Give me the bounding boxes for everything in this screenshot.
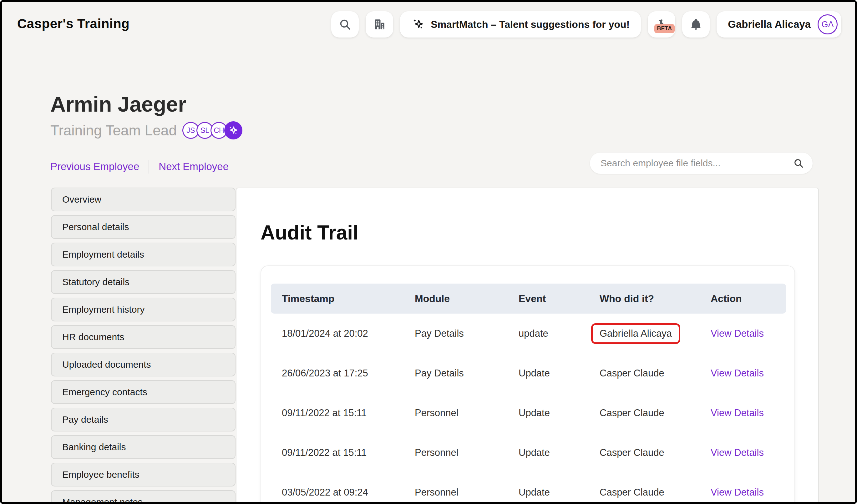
- topbar-actions: SmartMatch – Talent suggestions for you!…: [331, 11, 841, 37]
- sidebar-item-banking-details[interactable]: Banking details: [51, 435, 236, 459]
- search-icon: [793, 158, 804, 169]
- page-title: Audit Trail: [261, 221, 358, 244]
- col-module: Module: [415, 293, 519, 305]
- view-details-link[interactable]: View Details: [711, 328, 764, 339]
- sidebar-item-emergency-contacts[interactable]: Emergency contacts: [51, 380, 236, 404]
- sidebar-item-personal-details[interactable]: Personal details: [51, 215, 236, 239]
- audit-trail-card: Timestamp Module Event Who did it? Actio…: [261, 265, 795, 504]
- col-action: Action: [711, 293, 786, 305]
- employee-name: Armin Jaeger: [50, 92, 186, 116]
- sidebar-item-overview[interactable]: Overview: [51, 188, 236, 211]
- avatar: GA: [818, 14, 838, 34]
- table-row: 26/06/2023 at 17:25Pay DetailsUpdateCasp…: [271, 353, 786, 393]
- cell-module: Personnel: [415, 407, 519, 419]
- cell-timestamp: 03/05/2022 at 09:24: [282, 487, 415, 498]
- view-details-link[interactable]: View Details: [711, 368, 764, 379]
- sidebar-item-uploaded-documents[interactable]: Uploaded documents: [51, 353, 236, 377]
- employee-role: Training Team Lead: [50, 122, 177, 139]
- cell-module: Pay Details: [415, 328, 519, 339]
- smartmatch-button[interactable]: SmartMatch – Talent suggestions for you!: [400, 11, 641, 37]
- ai-sparkle-badge[interactable]: [224, 121, 242, 139]
- cell-who: Casper Claude: [600, 407, 711, 419]
- cell-action: View Details: [711, 368, 786, 379]
- employee-file-search: [590, 153, 812, 174]
- sidebar-item-employee-benefits[interactable]: Employee benefits: [51, 463, 236, 486]
- sidebar-item-management-notes[interactable]: Management notes: [51, 490, 236, 504]
- page: Casper's Training: [0, 0, 857, 504]
- cell-action: View Details: [711, 447, 786, 458]
- cell-action: View Details: [711, 328, 786, 339]
- sparkle-icon: [411, 18, 425, 31]
- skill-badges: JSSLCH: [182, 121, 242, 139]
- col-who: Who did it?: [600, 293, 711, 305]
- cell-event: Update: [519, 447, 600, 458]
- app-title: Casper's Training: [17, 16, 130, 31]
- cell-who: Gabriella Alicaya: [600, 323, 711, 344]
- cell-module: Personnel: [415, 447, 519, 458]
- table-header: Timestamp Module Event Who did it? Actio…: [271, 283, 786, 314]
- cell-action: View Details: [711, 407, 786, 419]
- col-event: Event: [519, 293, 600, 305]
- sidebar-item-employment-details[interactable]: Employment details: [51, 243, 236, 266]
- next-employee-link[interactable]: Next Employee: [158, 161, 229, 173]
- notifications-button[interactable]: [682, 11, 710, 37]
- cell-event: Update: [519, 407, 600, 419]
- sidebar-item-statutory-details[interactable]: Statutory details: [51, 270, 236, 294]
- sidebar-item-pay-details[interactable]: Pay details: [51, 408, 236, 432]
- user-menu[interactable]: Gabriella Alicaya GA: [717, 11, 841, 37]
- view-details-link[interactable]: View Details: [711, 407, 764, 418]
- cell-timestamp: 18/01/2024 at 20:02: [282, 328, 415, 339]
- company-button[interactable]: [366, 11, 393, 37]
- table-row: 09/11/2022 at 15:11PersonnelUpdateCasper…: [271, 433, 786, 472]
- table-row: 09/11/2022 at 15:11PersonnelUpdateCasper…: [271, 393, 786, 433]
- nav-divider: [149, 160, 149, 174]
- cell-event: Update: [519, 368, 600, 379]
- sidebar-item-hr-documents[interactable]: HR documents: [51, 325, 236, 349]
- user-name: Gabriella Alicaya: [728, 18, 811, 30]
- cell-timestamp: 09/11/2022 at 15:11: [282, 407, 415, 419]
- cell-action: View Details: [711, 487, 786, 498]
- global-search-button[interactable]: [331, 11, 359, 37]
- beta-lab-button[interactable]: BETA: [648, 11, 675, 37]
- view-details-link[interactable]: View Details: [711, 447, 764, 458]
- smartmatch-label: SmartMatch – Talent suggestions for you!: [431, 19, 629, 30]
- cell-module: Personnel: [415, 487, 519, 498]
- cell-event: Update: [519, 487, 600, 498]
- previous-employee-link[interactable]: Previous Employee: [50, 161, 139, 173]
- table-row: 18/01/2024 at 20:02Pay DetailsupdateGabr…: [271, 314, 786, 353]
- cell-timestamp: 09/11/2022 at 15:11: [282, 447, 415, 458]
- building-icon: [373, 18, 386, 31]
- bell-icon: [690, 18, 702, 31]
- cell-event: update: [519, 328, 600, 339]
- employee-file-search-input[interactable]: [601, 158, 793, 169]
- employee-file-sidebar: OverviewPersonal detailsEmployment detai…: [51, 188, 236, 504]
- content-panel: Audit Trail Timestamp Module Event Who d…: [236, 188, 819, 504]
- employee-pagination: Previous Employee Next Employee: [50, 160, 229, 174]
- table-row: 03/05/2022 at 09:24PersonnelUpdateCasper…: [271, 472, 786, 504]
- cell-who: Casper Claude: [600, 368, 711, 379]
- view-details-link[interactable]: View Details: [711, 487, 764, 498]
- employee-role-line: Training Team Lead JSSLCH: [50, 121, 242, 139]
- cell-module: Pay Details: [415, 368, 519, 379]
- cell-who: Casper Claude: [600, 487, 711, 498]
- sidebar-item-employment-history[interactable]: Employment history: [51, 298, 236, 321]
- cell-who: Casper Claude: [600, 447, 711, 458]
- search-icon: [339, 18, 351, 31]
- beta-badge: BETA: [654, 24, 675, 33]
- annotation-red-box: Gabriella Alicaya: [591, 323, 680, 344]
- col-timestamp: Timestamp: [282, 293, 415, 305]
- table-body: 18/01/2024 at 20:02Pay DetailsupdateGabr…: [271, 314, 786, 504]
- cell-timestamp: 26/06/2023 at 17:25: [282, 368, 415, 379]
